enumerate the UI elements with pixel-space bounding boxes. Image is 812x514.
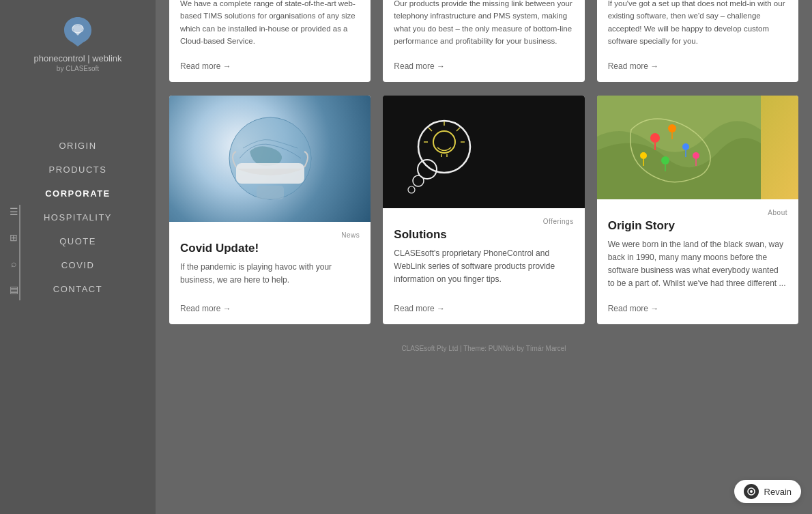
card-solutions-category: Offerings — [394, 218, 573, 225]
card-pms-body: Our products provide the missing link be… — [383, 0, 584, 82]
revain-icon — [744, 484, 759, 499]
svg-point-19 — [650, 133, 660, 143]
sidebar-icons: ☰ ⊞ ⌕ ▤ — [7, 205, 20, 296]
card-covid-title: Covid Update! — [180, 242, 360, 255]
svg-point-29 — [640, 152, 647, 159]
card-solutions-body: Offerings Solutions CLASEsoft's propriet… — [383, 208, 584, 325]
card-covid-image — [169, 96, 371, 222]
card-origin-title: Origin Story — [608, 219, 787, 233]
card-solutions-image — [383, 96, 584, 208]
revain-badge[interactable]: Revain — [734, 480, 801, 503]
card-origin-category: About — [608, 209, 787, 216]
card-origin: About Origin Story We were born in the l… — [597, 96, 798, 325]
card-origin-readmore[interactable]: Read more → — [608, 300, 787, 317]
card-solutions-readmore[interactable]: Read more → — [394, 300, 573, 317]
card-solutions-title: Solutions — [394, 228, 573, 242]
svg-point-21 — [668, 124, 676, 132]
card-custom-body: If you've got a set up that does not mel… — [597, 0, 798, 82]
card-covid-text: If the pandemic is playing havoc with yo… — [180, 261, 360, 291]
main-content: We have a complete range of state-of-the… — [156, 0, 812, 514]
nav-hospitality[interactable]: HOSPITALITY — [0, 205, 156, 229]
card-tims: We have a complete range of state-of-the… — [169, 0, 371, 82]
logo-sub: by CLASEsoft — [57, 65, 99, 72]
svg-point-27 — [693, 152, 699, 159]
svg-rect-5 — [383, 96, 519, 208]
footer: CLASEsoft Pty Ltd | Theme: PUNNok by Tím… — [169, 338, 798, 352]
card-pms: Our products provide the missing link be… — [383, 0, 584, 82]
svg-point-25 — [661, 156, 669, 165]
grid-icon[interactable]: ⊞ — [7, 231, 20, 244]
nav-menu: ORIGIN PRODUCTS CORPORATE HOSPITALITY QU… — [0, 134, 156, 301]
card-custom-text: If you've got a set up that does not mel… — [608, 0, 787, 48]
search-icon[interactable]: ⌕ — [7, 257, 20, 270]
card-covid-category: News — [180, 231, 360, 239]
menu-icon[interactable]: ☰ — [7, 205, 20, 218]
card-tims-readmore[interactable]: Read more → — [180, 57, 360, 75]
nav-products[interactable]: PRODUCTS — [0, 158, 156, 182]
sidebar: phonecontrol | weblink by CLASEsoft ☰ ⊞ … — [0, 0, 156, 514]
book-icon[interactable]: ▤ — [7, 283, 20, 296]
nav-origin[interactable]: ORIGIN — [0, 134, 156, 158]
card-solutions: Offerings Solutions CLASEsoft's propriet… — [383, 96, 584, 325]
card-solutions-text: CLASEsoft's proprietary PhoneControl and… — [394, 247, 573, 291]
top-cards-row: We have a complete range of state-of-the… — [169, 0, 798, 82]
logo-area: phonecontrol | weblink by CLASEsoft — [33, 14, 121, 72]
card-covid: News Covid Update! If the pandemic is pl… — [169, 96, 371, 325]
nav-contact[interactable]: CONTACT — [0, 277, 156, 301]
logo-text: phonecontrol | weblink — [33, 53, 121, 65]
revain-label: Revain — [764, 487, 792, 497]
nav-corporate[interactable]: CORPORATE — [0, 182, 156, 205]
card-tims-body: We have a complete range of state-of-the… — [169, 0, 371, 82]
globe-mask-svg — [226, 114, 315, 203]
svg-point-23 — [682, 143, 689, 150]
card-origin-text: We were born in the land of the black sw… — [608, 238, 787, 291]
footer-text: CLASEsoft Pty Ltd | Theme: PUNNok by Tím… — [401, 345, 566, 352]
card-origin-body: About Origin Story We were born in the l… — [597, 199, 798, 325]
nav-quote[interactable]: QUOTE — [0, 229, 156, 253]
card-origin-image — [597, 96, 798, 199]
card-custom-readmore[interactable]: Read more → — [608, 57, 787, 75]
nav-covid[interactable]: COVID — [0, 253, 156, 277]
bottom-cards-row: News Covid Update! If the pandemic is pl… — [169, 96, 798, 325]
card-covid-body: News Covid Update! If the pandemic is pl… — [169, 222, 371, 325]
svg-rect-4 — [257, 186, 284, 199]
logo-icon — [57, 14, 98, 48]
lightbulb-svg — [383, 96, 519, 208]
card-pms-readmore[interactable]: Read more → — [394, 57, 573, 75]
map-pins-svg — [597, 96, 761, 199]
card-tims-text: We have a complete range of state-of-the… — [180, 0, 360, 48]
svg-point-32 — [750, 490, 753, 493]
card-pms-text: Our products provide the missing link be… — [394, 0, 573, 48]
card-custom: If you've got a set up that does not mel… — [597, 0, 798, 82]
card-covid-readmore[interactable]: Read more → — [180, 300, 360, 317]
